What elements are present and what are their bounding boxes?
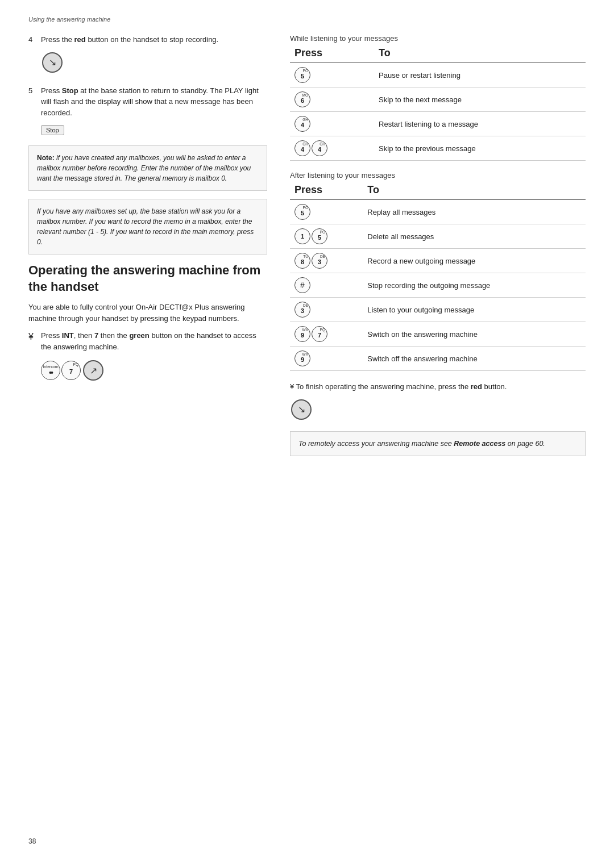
after-action-7: Switch off the answering machine: [363, 347, 586, 371]
key-4-sup: GH: [302, 118, 308, 122]
key-6-sup: MO: [302, 93, 308, 97]
while-action-3: Restart listening to a message: [374, 112, 586, 136]
key-8-main: 8: [301, 258, 304, 265]
key-4a-sup: GH: [302, 142, 308, 146]
step-5-block: 5 Press Stop at the base station to retu…: [28, 85, 267, 136]
stop-button-wrapper: Stop: [41, 123, 267, 135]
bullet-sym-1: ¥: [28, 330, 38, 344]
key-1-main: 1: [301, 233, 304, 240]
finish-red: red: [471, 382, 482, 391]
key-7-icon: PQ 7: [61, 361, 81, 380]
while-listening-label: While listening to your messages: [290, 34, 586, 43]
table-row: # Stop recording the outgoing message: [290, 273, 586, 298]
step-5-line: 5 Press Stop at the base station to retu…: [28, 85, 267, 119]
after-action-6: Switch on the answering machine: [363, 322, 586, 347]
key-3-sup: DE: [320, 254, 325, 258]
body-text-1: You are able to fully control your On-Ai…: [28, 302, 267, 324]
key-9b-sup: WX: [302, 352, 308, 356]
finish-phone-icon-wrapper: ↘: [290, 397, 586, 422]
bullet-int-text: Press INT, then 7 then the green button …: [41, 330, 267, 352]
remote-link: Remote access: [454, 440, 505, 448]
key-5a-main: 5: [301, 210, 304, 216]
table-row: PO 5 Replay all messages: [290, 200, 586, 224]
after-action-3: Record a new outgoing message: [363, 249, 586, 273]
key-5-after: PO 5: [294, 204, 310, 220]
key-4b-while: GH 4: [312, 140, 327, 156]
table-row: PO 5 Pause or restart listening: [290, 63, 586, 87]
stop-button-icon: Stop: [41, 125, 64, 135]
after-key-cell-4: #: [290, 273, 363, 298]
step-4-line: 4 Press the red button on the handset to…: [28, 34, 267, 45]
page-header: Using the answering machine: [28, 16, 110, 23]
after-to-header: To: [363, 182, 586, 200]
while-action-2: Skip to the next message: [374, 87, 586, 112]
key-7a-main: 7: [318, 332, 321, 339]
section-title: Operating the answering machine from the…: [28, 262, 267, 295]
table-row: GH 4 GH 4 Skip to the previous message: [290, 136, 586, 161]
after-listening-label: After listening to your messages: [290, 171, 586, 180]
green-label: green: [129, 331, 149, 340]
step-4-number: 4: [28, 34, 38, 45]
bullet-int-line: ¥ Press INT, then 7 then the green butto…: [28, 330, 267, 352]
note-text-2: If you have any mailboxes set up, the ba…: [37, 207, 254, 246]
remote-text-before: To remotely access your answering machin…: [298, 440, 454, 448]
after-press-header: Press: [290, 182, 363, 200]
key-9-sup: WX: [302, 328, 308, 332]
note-box-2: If you have any mailboxes set up, the ba…: [28, 199, 267, 254]
int-label: INT: [62, 331, 74, 340]
while-table: Press To PO 5 Pause or restart listening: [290, 45, 586, 161]
key-4-main: 4: [301, 122, 304, 128]
table-row: TU 8 DE 3 Record a new outgoing message: [290, 249, 586, 273]
key-1-after: 1: [294, 228, 310, 244]
key-3-main: 3: [318, 258, 321, 265]
while-action-1: Pause or restart listening: [374, 63, 586, 87]
finish-phone-icon: ↘: [291, 399, 312, 420]
while-key-cell-2: MO 6: [290, 87, 374, 112]
key-8-sup: TU: [303, 254, 308, 258]
key-5a-sup: PO: [303, 206, 308, 210]
table-row: WX 9 PQ 7 Switch on the answering machin…: [290, 322, 586, 347]
while-key-cell-3: GH 4: [290, 112, 374, 136]
after-action-1: Replay all messages: [363, 200, 586, 224]
key-8-after: TU 8: [294, 253, 310, 269]
handset-end-icon: ↘: [42, 52, 63, 73]
key-5-while: PO 5: [294, 67, 310, 83]
finish-text: ¥ To finish operating the answering mach…: [290, 381, 586, 393]
key-pair-97: WX 9 PQ 7: [294, 326, 327, 342]
key-7a-sup: PQ: [320, 328, 325, 332]
step-4-block: 4 Press the red button on the handset to…: [28, 34, 267, 75]
key-9b-after: WX 9: [294, 350, 310, 366]
key-4-while: GH 4: [294, 116, 310, 132]
after-action-2: Delete all messages: [363, 224, 586, 249]
key-6-main: 6: [301, 97, 304, 104]
note-box-1: Note: if you have created any mailboxes,…: [28, 145, 267, 191]
key-6-while: MO 6: [294, 91, 310, 107]
table-row: DE 3 Listen to your outgoing message: [290, 298, 586, 322]
table-row: WX 9 Switch off the answering machine: [290, 347, 586, 371]
note-text-1: if you have created any mailboxes, you w…: [37, 154, 251, 182]
remote-access-note: To remotely access your answering machin…: [290, 431, 586, 457]
table-row: GH 4 Restart listening to a message: [290, 112, 586, 136]
while-press-header: Press: [290, 45, 374, 63]
finish-block: ¥ To finish operating the answering mach…: [290, 381, 586, 422]
table-row: 1 PO 5 Delete all messages: [290, 224, 586, 249]
key-7-sup: PQ: [73, 362, 78, 366]
key-9-main: 9: [301, 332, 304, 339]
after-action-5: Listen to your outgoing message: [363, 298, 586, 322]
key-3b-after: DE 3: [294, 302, 310, 318]
right-column: While listening to your messages Press T…: [290, 34, 586, 456]
after-key-cell-7: WX 9: [290, 347, 363, 371]
after-action-4: Stop recording the outgoing message: [363, 273, 586, 298]
key-4a-while: GH 4: [294, 140, 310, 156]
key-4b-sup: GH: [320, 142, 325, 146]
key-3-after: DE 3: [312, 253, 327, 269]
step-5-text: Press Stop at the base station to return…: [41, 85, 267, 119]
key-5-sup: PO: [303, 69, 308, 73]
after-key-cell-5: DE 3: [290, 298, 363, 322]
page-number: 38: [28, 837, 36, 845]
key-5-main: 5: [301, 73, 304, 80]
key-5b-after: PO 5: [312, 228, 327, 244]
key-9b-main: 9: [301, 356, 304, 363]
key-3b-main: 3: [301, 307, 304, 314]
key-4a-main: 4: [301, 146, 304, 153]
